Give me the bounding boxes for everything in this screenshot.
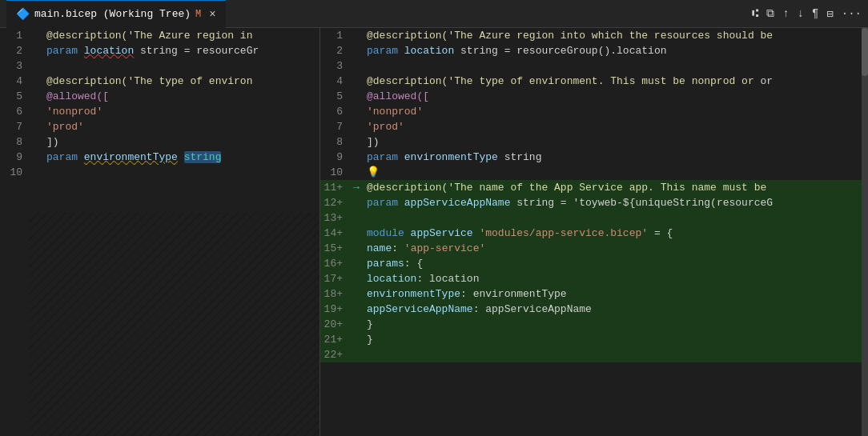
diff-hatch-overlay	[29, 212, 319, 436]
table-row: 1 @description('The Azure region into wh…	[320, 28, 868, 43]
table-row: 16+ params: {	[320, 256, 868, 271]
table-row: 5 @allowed([	[0, 89, 319, 104]
whitespace-icon[interactable]: ¶	[812, 7, 818, 21]
table-row: 10	[0, 165, 319, 180]
table-row: 8 ])	[320, 134, 868, 150]
table-row: 12+ param appServiceAppName string = 'to…	[320, 195, 868, 210]
table-row: 4 @description('The type of environ	[0, 74, 319, 89]
layout-icon[interactable]: ⊟	[826, 7, 833, 21]
table-row: 2 param location string = resourceGroup(…	[320, 43, 868, 58]
table-row: 4 @description('The type of environment.…	[320, 74, 868, 89]
table-row: 15+ name: 'app-service'	[320, 241, 868, 256]
table-row: 3	[0, 58, 319, 74]
table-row: 8 ])	[0, 134, 319, 150]
table-row: 10 💡	[320, 165, 868, 180]
right-pane: 1 @description('The Azure region into wh…	[320, 28, 868, 436]
title-bar: 🔷 main.bicep (Working Tree) M × ⑆ ⧉ ↑ ↓ …	[0, 0, 868, 28]
table-row: 22+	[320, 347, 868, 362]
compare-icon[interactable]: ⑆	[752, 7, 758, 21]
table-row: 5 @allowed([	[320, 89, 868, 104]
table-row: 7 'prod'	[0, 119, 319, 134]
tab-modified-indicator: M	[195, 9, 201, 20]
table-row: 19+ appServiceAppName: appServiceAppName	[320, 302, 868, 317]
table-row: 7 'prod'	[320, 119, 868, 134]
table-row: 20+ }	[320, 317, 868, 332]
left-pane: 1 @description('The Azure region in 2 pa…	[0, 28, 320, 436]
table-row: 2 param location string = resourceGr	[0, 43, 319, 58]
table-row: 1 @description('The Azure region in	[0, 28, 319, 43]
table-row: 3	[320, 58, 868, 74]
table-row: 13+	[320, 210, 868, 226]
split-icon[interactable]: ⧉	[766, 7, 774, 21]
tab-filename: main.bicep (Working Tree)	[34, 8, 191, 20]
right-code-area: 1 @description('The Azure region into wh…	[320, 28, 868, 362]
table-row: 9 param environmentType string	[320, 150, 868, 165]
left-code-area: 1 @description('The Azure region in 2 pa…	[0, 28, 319, 180]
table-row: 21+ }	[320, 332, 868, 347]
tab-close-button[interactable]: ×	[209, 8, 215, 21]
table-row: 9 param environmentType string	[0, 150, 319, 165]
toolbar-actions: ⑆ ⧉ ↑ ↓ ¶ ⊟ ···	[752, 7, 862, 21]
vertical-scrollbar[interactable]	[862, 28, 868, 436]
table-row: 14+ module appService 'modules/app-servi…	[320, 226, 868, 241]
table-row: 11+ → @description('The name of the App …	[320, 180, 868, 195]
next-change-icon[interactable]: ↓	[798, 7, 804, 21]
table-row: 17+ location: location	[320, 271, 868, 286]
more-actions-icon[interactable]: ···	[842, 7, 862, 21]
prev-change-icon[interactable]: ↑	[782, 7, 789, 21]
editor-container: 1 @description('The Azure region in 2 pa…	[0, 28, 868, 436]
table-row: 6 'nonprod'	[320, 104, 868, 119]
table-row: 6 'nonprod'	[0, 104, 319, 119]
table-row: 18+ environmentType: environmentType	[320, 286, 868, 302]
scrollbar-thumb[interactable]	[862, 28, 868, 76]
diff-arrow: →	[349, 180, 364, 195]
editor-tab[interactable]: 🔷 main.bicep (Working Tree) M ×	[6, 0, 226, 28]
file-icon: 🔷	[16, 7, 30, 21]
